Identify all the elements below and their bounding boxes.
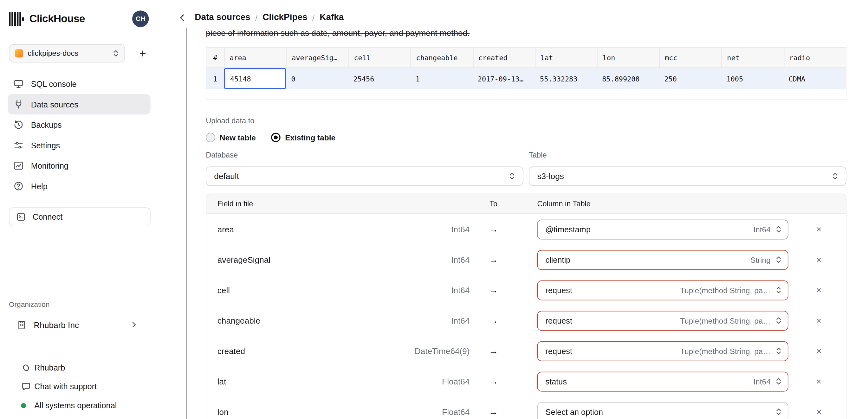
sidebar-item-help[interactable]: Help [8, 176, 150, 196]
sidebar-item-monitoring[interactable]: Monitoring [8, 155, 150, 176]
connect-button[interactable]: Connect [9, 207, 151, 226]
breadcrumb-item-clickpipes[interactable]: ClickPipes [262, 12, 307, 22]
history-icon [13, 120, 24, 130]
system-status-label: All systems operational [34, 401, 117, 410]
organization-name: Rhubarb Inc [34, 320, 79, 329]
clipped-description-text: piece of information such as date, amoun… [206, 28, 469, 38]
system-status-link[interactable]: All systems operational [21, 396, 149, 415]
column-select[interactable]: clientip String [537, 250, 788, 270]
sidebar-item-backups[interactable]: Backups [8, 115, 150, 135]
database-select-value: default [214, 171, 239, 181]
connect-label: Connect [33, 212, 62, 221]
column-select[interactable]: request Tuple(method String, pa… [537, 311, 788, 330]
sidebar-item-label: Settings [31, 141, 60, 150]
column-header: averageSig… [286, 47, 348, 67]
sidebar-item-label: SQL console [31, 79, 77, 88]
table-cell[interactable]: 85.899208 [597, 68, 659, 89]
breadcrumb-separator: / [312, 12, 314, 22]
column-select[interactable]: Select an option [537, 402, 788, 419]
arrow-icon: → [470, 224, 517, 235]
column-header: mcc [659, 47, 721, 67]
selected-cell[interactable]: 45148 [224, 68, 286, 89]
header-field-in-file: Field in file [206, 200, 490, 208]
remove-mapping-button[interactable]: × [816, 255, 822, 264]
arrow-icon: → [470, 254, 517, 265]
table-cell[interactable]: 1005 [721, 68, 784, 89]
chevron-updown-icon [775, 286, 781, 294]
column-header: radio [784, 47, 846, 67]
table-cell[interactable]: 2017-09-13… [473, 68, 535, 89]
organization-section-label: Organization [9, 300, 50, 309]
chevron-updown-icon [113, 49, 119, 57]
preview-table-row: 1 45148 0 25456 1 2017-09-13… 55.332283 … [206, 68, 846, 89]
field-name: lon [206, 407, 317, 416]
building-icon [17, 320, 26, 330]
arrow-icon: → [470, 285, 517, 296]
user-avatar[interactable]: CH [132, 10, 149, 27]
new-table-radio[interactable] [206, 133, 215, 142]
sidebar-item-sql-console[interactable]: SQL console [8, 73, 150, 94]
breadcrumb: Data sources / ClickPipes / Kafka [195, 12, 344, 22]
app-window: ClickHouse CH clickpipes-docs + SQL cons… [0, 0, 868, 419]
monitor-icon [13, 78, 24, 89]
column-select[interactable]: status Int64 [537, 372, 788, 391]
arrow-icon: → [470, 315, 517, 326]
sidebar-item-settings[interactable]: Settings [8, 135, 150, 156]
field-type: Int64 [317, 255, 470, 264]
breadcrumb-item-data-sources[interactable]: Data sources [195, 12, 250, 22]
table-cell[interactable]: 0 [286, 68, 348, 89]
database-select[interactable]: default [206, 166, 523, 186]
row-index-cell: 1 [206, 68, 224, 89]
column-select[interactable]: request Tuple(method String, pa… [537, 341, 788, 361]
column-header: area [224, 47, 286, 67]
sidebar: ClickHouse CH clickpipes-docs + SQL cons… [0, 0, 158, 419]
new-table-label: New table [220, 133, 256, 142]
rhubarb-icon [21, 363, 34, 373]
field-type: DateTime64(9) [317, 346, 470, 356]
table-select[interactable]: s3-logs [529, 166, 846, 186]
table-cell[interactable]: CDMA [784, 68, 846, 89]
remove-mapping-button[interactable]: × [816, 286, 822, 294]
sidebar-item-data-sources[interactable]: Data sources [8, 94, 150, 115]
column-header: cell [348, 47, 410, 67]
table-cell[interactable]: 1 [410, 68, 473, 89]
chat-icon [21, 382, 34, 391]
sidebar-item-label: Monitoring [31, 161, 68, 170]
footer-link-rhubarb[interactable]: Rhubarb [21, 358, 149, 377]
sidebar-nav: SQL console Data sources Backups Setting… [8, 73, 150, 196]
remove-mapping-button[interactable]: × [816, 377, 822, 386]
data-preview-table: # area averageSig… cell changeable creat… [206, 47, 846, 100]
column-header: lat [535, 47, 597, 67]
mapping-row-changeable: changeable Int64 → request Tuple(method … [206, 305, 846, 336]
table-cell[interactable]: 25456 [348, 68, 410, 89]
field-type: Int64 [317, 224, 470, 234]
table-cell[interactable]: 250 [659, 68, 721, 89]
existing-table-radio[interactable] [271, 133, 281, 142]
chevron-updown-icon [832, 172, 838, 180]
remove-mapping-button[interactable]: × [816, 407, 822, 416]
column-select[interactable]: request Tuple(method String, pa… [537, 280, 788, 300]
remove-mapping-button[interactable]: × [816, 316, 822, 325]
workspace-selector[interactable]: clickpipes-docs [9, 44, 125, 63]
organization-selector[interactable]: Rhubarb Inc [17, 316, 137, 333]
footer-link-chat-support[interactable]: Chat with support [21, 377, 149, 396]
back-chevron-icon[interactable] [178, 13, 186, 22]
remove-mapping-button[interactable]: × [816, 347, 822, 355]
column-header: # [206, 47, 224, 67]
column-select[interactable]: @timestamp Int64 [537, 219, 788, 239]
sliders-icon [13, 140, 24, 150]
field-name: cell [206, 285, 317, 295]
help-icon [13, 181, 24, 191]
remove-mapping-button[interactable]: × [816, 225, 822, 234]
connect-icon [16, 212, 26, 222]
content-scrollbar[interactable] [186, 28, 187, 419]
breadcrumb-item-kafka[interactable]: Kafka [319, 12, 344, 22]
mapping-row-created: created DateTime64(9) → request Tuple(me… [206, 336, 846, 366]
add-service-button[interactable]: + [134, 46, 151, 60]
status-dot-icon [21, 403, 34, 408]
table-cell[interactable]: 55.332283 [535, 68, 597, 89]
header-to: To [490, 200, 537, 208]
upload-data-to-label: Upload data to [206, 117, 254, 125]
field-name: changeable [206, 316, 317, 325]
mapping-row-lat: lat Float64 → status Int64 × [206, 366, 846, 396]
